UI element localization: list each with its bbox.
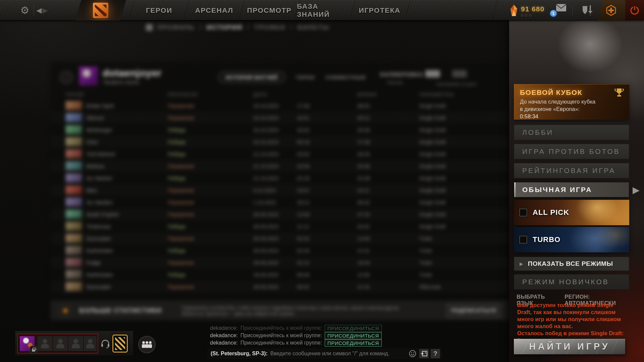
- power-exit-button[interactable]: [625, 0, 644, 20]
- table-row[interactable]: Gyrocopter Поражение 29.09.2023 09:22 21…: [50, 281, 510, 293]
- match-clock: 18:12: [297, 199, 357, 205]
- match-clock: 23:52: [297, 151, 357, 157]
- shard-currency-icon: [510, 5, 518, 17]
- dota-plus-button[interactable]: [597, 0, 625, 20]
- breadcrumb-profile[interactable]: ПРОФИЛЬ: [157, 24, 195, 31]
- back-arrow-icon[interactable]: ◀: [36, 6, 42, 14]
- table-row[interactable]: Arc Warden Поражение 1.10.2023 18:12 36:…: [50, 196, 510, 208]
- dota-home-tab[interactable]: [75, 0, 126, 20]
- mail-button[interactable]: 1: [553, 4, 568, 17]
- screenshot-share-button[interactable]: [419, 349, 429, 358]
- chat-message: dekadance: Присоединяйтесь к моей группе…: [207, 339, 442, 347]
- breadcrumb-trophies[interactable]: ТРОФЕИ: [254, 24, 285, 31]
- match-mode: Single Draft: [419, 151, 510, 157]
- menu-item[interactable]: ОБЫЧНАЯ ИГРА: [514, 182, 629, 197]
- menu-item[interactable]: РЕЙТИНГОВАЯ ИГРА: [514, 163, 629, 178]
- match-result: Поражение: [168, 199, 253, 205]
- avatar[interactable]: [79, 67, 98, 85]
- table-row[interactable]: Earthshaker Победа 29.09.2023 06:49 12:5…: [50, 268, 510, 281]
- join-party-button[interactable]: ПРИСОЕДИНИТЬСЯ: [325, 340, 382, 347]
- party-slot-empty[interactable]: [53, 336, 68, 351]
- subscribe-button[interactable]: ПОДПИСАТЬСЯ: [447, 304, 500, 317]
- party-slot-empty[interactable]: [84, 336, 97, 351]
- table-row[interactable]: Timbersaw Победа 30.09.2023 11:12 43:42 …: [50, 220, 510, 232]
- dota-plus-icon: [59, 304, 72, 317]
- chat-help-button[interactable]: ?: [431, 349, 440, 358]
- match-mode: Turbo: [419, 260, 510, 265]
- hero-name: Ember Spirit: [86, 103, 114, 109]
- armory-button[interactable]: [579, 0, 596, 20]
- chat-input-bar: (St. Petersburg, SP-3): ?: [207, 348, 442, 359]
- match-date: 29.09.2023: [253, 272, 297, 278]
- match-date: 23.10.2023: [253, 127, 297, 133]
- newbie-mode-button[interactable]: РЕЖИМ НОВИЧКОВ: [514, 274, 629, 290]
- chat-area: dekadance: Присоединяйтесь к моей группе…: [207, 324, 442, 359]
- join-party-button[interactable]: ПРИСОЕДИНИТЬСЯ: [325, 332, 382, 339]
- match-result: Поражение: [168, 187, 253, 193]
- all-pick-checkbox[interactable]: [519, 208, 527, 217]
- breadcrumb-tickets[interactable]: БИЛЕТЫ: [298, 24, 330, 31]
- chat-input[interactable]: [270, 351, 406, 357]
- tab-heroes[interactable]: ГЕРОИ: [296, 74, 315, 80]
- tab-match-history[interactable]: ИСТОРИЯ МАТЧЕЙ: [218, 71, 285, 83]
- emoticon-button[interactable]: [408, 349, 417, 358]
- menu-item[interactable]: ИГРА ПРОТИВ БОТОВ: [514, 144, 629, 159]
- match-date: 23.10.2023: [253, 103, 297, 109]
- table-row[interactable]: Mars Поражение 9.10.2023 19:01 24:11 Sin…: [50, 184, 510, 196]
- more-stats-label: БОЛЬШЕ СТАТИСТИКИ: [79, 307, 162, 314]
- all-pick-label: ALL PICK: [533, 208, 569, 217]
- hero-thumbnail: [65, 282, 82, 291]
- table-row[interactable]: Death Prophet Поражение 30.09.2023 13:08…: [50, 208, 510, 220]
- calibration-toggle[interactable]: [425, 70, 467, 77]
- tab-shared[interactable]: СОВМЕСТНЫЕ: [325, 74, 366, 80]
- match-table: Ember Spirit Поражение 23.10.2023 17:36 …: [50, 100, 510, 293]
- hero-thumbnail: [65, 246, 82, 255]
- settings-gear-icon[interactable]: ⚙: [16, 0, 34, 20]
- game-mode-menu: ЛОББИ ИГРА ПРОТИВ БОТОВ РЕЙТИНГОВАЯ ИГРА…: [514, 125, 629, 201]
- profile-badge-circle[interactable]: [60, 71, 73, 84]
- menu-item[interactable]: ЛОББИ: [514, 125, 629, 140]
- collapse-sidebar-arrow[interactable]: ▶: [633, 185, 640, 195]
- shard-balance[interactable]: 91 680: [510, 2, 553, 19]
- turbo-checkbox[interactable]: [519, 236, 527, 244]
- table-row[interactable]: Troll Warlord Победа 21.10.2023 23:52 28…: [50, 148, 510, 160]
- player-subtitle: Профиль игрока: [103, 79, 139, 85]
- table-row[interactable]: Arc Warden Победа 21.10.2023 22:18 31:08…: [50, 172, 510, 184]
- all-pick-banner[interactable]: ALL PICK: [514, 200, 629, 225]
- menu-item-label: ОБЫЧНАЯ ИГРА: [522, 186, 592, 194]
- friends-list-button[interactable]: [138, 336, 156, 353]
- nav-armory[interactable]: АРСЕНАЛ: [186, 0, 241, 20]
- party-slot-empty[interactable]: [68, 336, 83, 351]
- party-slot-self[interactable]: [20, 336, 35, 351]
- chat-messages: dekadance: Присоединяйтесь к моей группе…: [207, 324, 442, 347]
- table-row[interactable]: Chen Победа 23.10.2023 06:18 27:38 Singl…: [50, 136, 510, 148]
- table-row[interactable]: Windranger Победа 23.10.2023 16:02 25:49…: [50, 124, 510, 136]
- table-row[interactable]: Medusa Поражение 21.10.2023 23:08 29:38 …: [50, 160, 510, 172]
- trophy-icon: [614, 88, 624, 98]
- battle-cup-line2: в дивизионе «Европа»:: [520, 106, 580, 112]
- voice-chat-button[interactable]: [100, 338, 110, 350]
- forward-arrow-icon[interactable]: ▶: [42, 6, 48, 14]
- breadcrumb-history[interactable]: ИСТОРИЯ: [207, 24, 243, 31]
- table-row[interactable]: Silencer Поражение 23.10.2023 16:51 40:2…: [50, 112, 510, 124]
- join-party-button[interactable]: ПРИСОЕДИНИТЬСЯ: [325, 325, 382, 332]
- nav-events[interactable]: ИГРОТЕКА: [352, 0, 407, 20]
- match-date: 30.09.2023: [253, 248, 297, 253]
- table-row[interactable]: Ember Spirit Поражение 23.10.2023 17:36 …: [50, 100, 510, 112]
- match-date: 1.10.2023: [253, 199, 297, 205]
- match-date: 23.10.2023: [253, 139, 297, 145]
- match-result: Поражение: [168, 103, 253, 109]
- show-all-modes-button[interactable]: ▶ ПОКАЗАТЬ ВСЕ РЕЖИМЫ: [514, 257, 629, 271]
- nav-heroes[interactable]: ГЕРОИ: [131, 0, 186, 20]
- hero-thumbnail: [65, 222, 82, 231]
- party-slot-empty[interactable]: [38, 336, 52, 351]
- table-row[interactable]: Gyrocopter Поражение 30.09.2023 02:02 14…: [50, 232, 510, 244]
- nav-watch[interactable]: ПРОСМОТР: [242, 0, 297, 20]
- turbo-banner[interactable]: TURBO: [514, 227, 629, 252]
- table-row[interactable]: Pudge Поражение 29.09.2023 02:12 18:44 T…: [50, 256, 510, 268]
- nav-learn[interactable]: БАЗА ЗНАНИЙ: [297, 0, 352, 20]
- battle-cup-panel[interactable]: БОЕВОЙ КУБОК До начала следующего кубка …: [514, 84, 629, 120]
- table-row[interactable]: Earthshaker Победа 30.09.2023 02:26 21:3…: [50, 244, 510, 256]
- guild-banner-button[interactable]: [112, 335, 128, 353]
- find-game-button[interactable]: НАЙТИ ИГРУ: [514, 339, 626, 355]
